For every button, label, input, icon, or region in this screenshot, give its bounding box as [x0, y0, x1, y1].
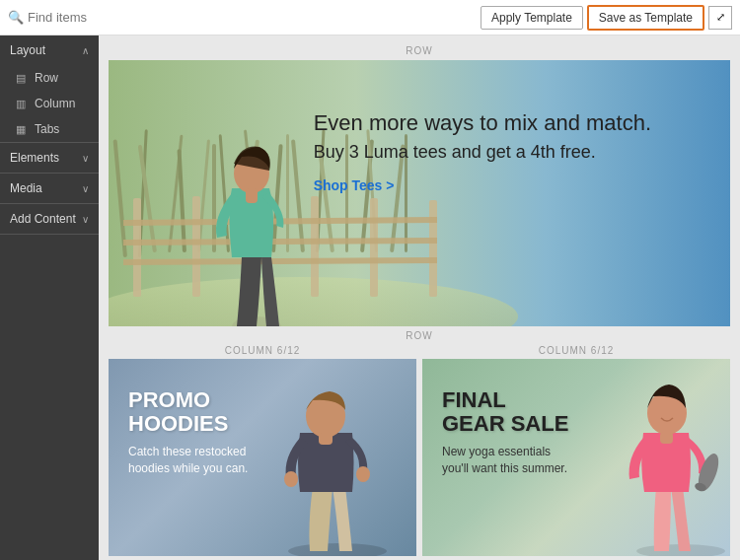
top-bar: 🔍 Apply Template Save as Template ⤢	[0, 0, 740, 35]
elements-section-header[interactable]: Elements ∨	[0, 143, 99, 173]
row-label: ROW	[109, 45, 730, 56]
promo-gear-card[interactable]: FINALGEAR SALE New yoga essentials you'l…	[422, 359, 730, 556]
svg-point-35	[284, 471, 298, 487]
add-content-section-header[interactable]: Add Content ∨	[0, 204, 99, 234]
top-buttons: Apply Template Save as Template ⤢	[481, 5, 732, 31]
second-row-wrapper: ROW COLUMN 6/12 PROMOHOODIES Catch these…	[109, 330, 730, 556]
svg-point-34	[288, 543, 387, 556]
svg-rect-38	[319, 433, 333, 445]
promo-hoodies-title: PROMOHOODIES	[128, 388, 266, 436]
svg-rect-8	[212, 144, 216, 252]
add-content-section: Add Content ∨	[0, 204, 99, 235]
save-template-button[interactable]: Save as Template	[587, 5, 704, 31]
layout-section: Layout ∧ ▤ Row ▥ Column ▦ Tabs	[0, 35, 99, 143]
sidebar-item-row-label: Row	[35, 71, 58, 85]
svg-rect-43	[660, 432, 673, 444]
elements-section: Elements ∨	[0, 143, 99, 174]
search-input[interactable]	[28, 10, 146, 25]
sidebar-item-tabs-label: Tabs	[35, 122, 59, 136]
hero-text: Even more ways to mix and match. Buy 3 L…	[314, 109, 651, 194]
col-label-1: COLUMN 6/12	[109, 345, 416, 356]
svg-point-36	[356, 466, 370, 482]
second-row: COLUMN 6/12 PROMOHOODIES Catch these res…	[109, 345, 730, 556]
sidebar-item-column[interactable]: ▥ Column	[0, 91, 99, 116]
svg-rect-22	[133, 198, 141, 297]
layout-section-header[interactable]: Layout ∧	[0, 35, 99, 65]
search-icon: 🔍	[8, 10, 24, 25]
svg-line-29	[123, 241, 437, 243]
svg-rect-25	[311, 196, 319, 297]
elements-label: Elements	[10, 151, 59, 165]
svg-line-30	[123, 260, 437, 262]
hero-subline: Buy 3 Luma tees and get a 4th free.	[314, 142, 651, 163]
add-content-chevron-icon: ∨	[82, 214, 89, 225]
row-icon: ▤	[14, 72, 28, 85]
promo-hoodies-text: PROMOHOODIES Catch these restocked hoodi…	[128, 388, 266, 477]
media-section: Media ∨	[0, 174, 99, 204]
hero-headline: Even more ways to mix and match.	[314, 109, 651, 138]
promo-gear-title: FINALGEAR SALE	[442, 388, 580, 436]
svg-rect-23	[192, 196, 200, 297]
elements-chevron-icon: ∨	[82, 153, 89, 164]
media-chevron-icon: ∨	[82, 183, 89, 194]
svg-rect-33	[246, 188, 258, 203]
promo-gear-text: FINALGEAR SALE New yoga essentials you'l…	[442, 388, 580, 477]
column-2-wrapper: COLUMN 6/12 FINALGEAR SALE New yoga esse…	[422, 345, 730, 556]
hero-cta-link[interactable]: Shop Tees >	[314, 177, 395, 193]
column-icon: ▥	[14, 98, 28, 110]
row-label-2: ROW	[109, 330, 730, 341]
svg-rect-13	[286, 134, 289, 252]
media-label: Media	[10, 181, 42, 195]
add-content-label: Add Content	[10, 212, 76, 226]
sidebar: Layout ∧ ▤ Row ▥ Column ▦ Tabs Elements …	[0, 35, 99, 560]
svg-rect-27	[429, 200, 437, 297]
promo1-person-illustration	[259, 359, 416, 556]
layout-chevron-icon: ∧	[82, 45, 89, 56]
tabs-icon: ▦	[14, 123, 28, 136]
promo-hoodies-card[interactable]: PROMOHOODIES Catch these restocked hoodi…	[109, 359, 416, 556]
sidebar-item-column-label: Column	[35, 97, 75, 110]
apply-template-button[interactable]: Apply Template	[481, 6, 583, 30]
main-layout: Layout ∧ ▤ Row ▥ Column ▦ Tabs Elements …	[0, 35, 740, 560]
media-section-header[interactable]: Media ∨	[0, 174, 99, 203]
sidebar-item-row[interactable]: ▤ Row	[0, 65, 99, 91]
layout-label: Layout	[10, 43, 45, 57]
expand-button[interactable]: ⤢	[708, 6, 732, 30]
col-label-2: COLUMN 6/12	[422, 345, 730, 356]
svg-rect-26	[370, 198, 378, 297]
promo2-person-illustration	[572, 359, 730, 556]
hero-banner[interactable]: Even more ways to mix and match. Buy 3 L…	[109, 60, 730, 326]
sidebar-item-tabs[interactable]: ▦ Tabs	[0, 116, 99, 142]
content-area: ROW	[99, 35, 740, 560]
search-area: 🔍	[8, 10, 481, 25]
column-1-wrapper: COLUMN 6/12 PROMOHOODIES Catch these res…	[109, 345, 416, 556]
promo-hoodies-desc: Catch these restocked hoodies while you …	[128, 444, 266, 477]
promo-gear-desc: New yoga essentials you'll want this sum…	[442, 444, 580, 477]
